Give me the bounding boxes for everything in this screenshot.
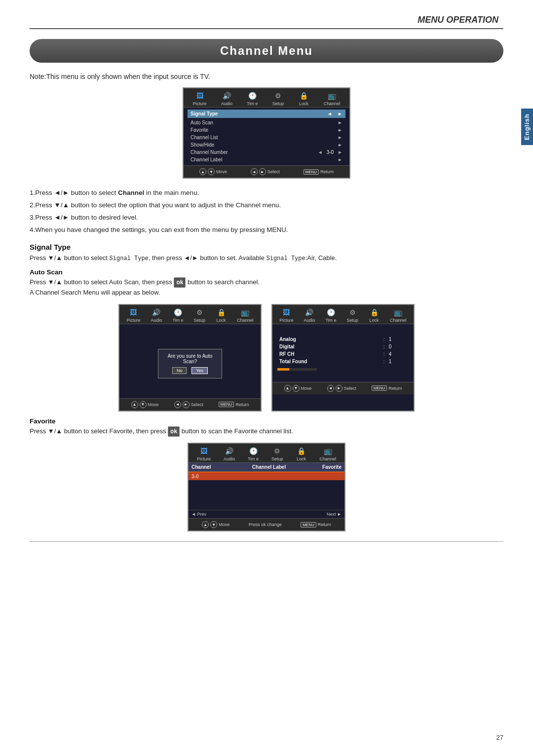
move-circle-icon: ▲ <box>199 168 206 175</box>
ch-num-left-arrow: ◄ <box>318 150 323 155</box>
digital-label: Digital <box>277 343 381 350</box>
signal-type-section-header: Signal Type <box>30 243 503 251</box>
menu-content: Signal Type ◄ ► Auto Scan ► Favorite ► C… <box>184 108 349 165</box>
icon-lock: 🔒 Lock <box>299 91 309 106</box>
footer-return-label: Return <box>320 169 334 174</box>
scan-result-total: Total Found : 1 <box>277 358 409 365</box>
footer-move: ▲ ▼ Move <box>199 168 227 175</box>
fav-footer: ▲ ▼ Move Press ok change MENU Return <box>189 518 344 530</box>
channel-menu-title-bar: Channel Menu <box>30 39 503 63</box>
auto-scan-label: Auto Scan <box>190 120 213 125</box>
d-icon-time: 🕐 Tim e <box>172 308 183 323</box>
channel-list-arrow: ► <box>338 135 343 140</box>
analog-label: Analog <box>277 336 381 343</box>
scan-results-table: Analog : 1 Digital : 0 RF CH : 4 <box>277 336 409 365</box>
fav-empty-space <box>189 480 344 510</box>
auto-scan-text1: Press ▼/▲ button to select Auto Scan, th… <box>30 277 503 288</box>
footer-move-label: Move <box>216 169 227 174</box>
r-icon-picture: 🖼 Picture <box>279 308 293 323</box>
r-icon-time: 🕐 Tim e <box>325 308 336 323</box>
instructions-block: 1.Press ◄/► button to select Channel in … <box>30 188 503 236</box>
ok-btn-fav: ok <box>168 426 180 437</box>
main-menu-footer: ▲ ▼ Move ◄ ► Select MENU Return <box>184 165 349 178</box>
ch-num-right-arrow: ► <box>338 150 343 155</box>
favorite-arrow: ► <box>338 127 343 133</box>
f-icon-channel: 📺 Channel <box>319 447 336 461</box>
scan-results-screenshot: 🖼 Picture 🔊 Audio 🕐 Tim e ⚙ Setup 🔒 <box>271 304 415 412</box>
show-hide-label: Show/Hide <box>190 142 214 148</box>
dialog-footer-select: ◄ ► Select <box>174 401 203 408</box>
fav-footer-change-label: Press ok change <box>249 522 282 527</box>
icon-time-label: Tim e <box>247 101 258 106</box>
progress-bar-container <box>277 368 317 371</box>
channel-icon: 📺 <box>327 91 338 100</box>
channel-number-label: Channel Number <box>190 150 228 155</box>
fav-table-header: Channel Channel Label Favorite <box>189 463 344 472</box>
favorite-label: Favorite <box>190 127 208 133</box>
rf-ch-value: 4 <box>387 350 409 358</box>
signal-type-arrows: ◄ ► <box>327 111 343 116</box>
menu-row-favorite: Favorite ► <box>188 126 345 134</box>
r-icon-setup: ⚙ Setup <box>347 308 359 323</box>
main-menu-screenshot: 🖼 Picture 🔊 Audio 🕐 Tim e ⚙ Setup 🔒 Lock… <box>183 87 350 179</box>
signal-type-mono2: Signal Type <box>266 255 305 262</box>
menu-row-channel-number: Channel Number ◄ 3-0 ► <box>188 149 345 156</box>
menu-row-channel-label: Channel Label ► <box>188 156 345 163</box>
r-icon-lock: 🔒 Lock <box>369 308 380 323</box>
time-icon: 🕐 <box>247 91 258 100</box>
fav-col-favorite: Favorite <box>307 464 342 470</box>
dialog-spacer <box>119 324 261 344</box>
signal-type-section-text: Press ▼/▲ button to select Signal Type, … <box>30 253 503 264</box>
show-hide-arrow: ► <box>338 142 343 148</box>
total-found-label: Total Found <box>277 358 381 365</box>
dialog-yes-button[interactable]: Yes <box>191 367 208 374</box>
menu-row-show-hide: Show/Hide ► <box>188 141 345 149</box>
lock-icon: 🔒 <box>299 91 309 100</box>
icon-setup-label: Setup <box>272 101 284 106</box>
results-footer: ▲ ▼ Move ◄ ► Select MENU Return <box>272 382 414 394</box>
audio-icon: 🔊 <box>221 91 232 100</box>
fav-footer-return: MENU Return <box>301 522 331 528</box>
fav-prev-label: ◄ Prev <box>191 512 206 517</box>
favorite-screenshot: 🖼 Picture 🔊 Audio 🕐 Tim e ⚙ Setup 🔒 Lock… <box>188 443 345 531</box>
auto-scan-dialog-screenshot: 🖼 Picture 🔊 Audio 🕐 Tim e ⚙ Setup 🔒 <box>118 304 262 412</box>
r-icon-audio: 🔊 Audio <box>304 308 315 323</box>
menu-btn: MENU <box>304 169 319 175</box>
instruction-4: 4.When you have changed the settings, yo… <box>30 225 503 236</box>
footer-select-label: Select <box>267 169 280 174</box>
setup-icon: ⚙ <box>272 91 283 100</box>
fav-row-value: 3-0 <box>191 474 198 479</box>
favorite-section-header: Favorite <box>30 417 503 425</box>
channel-list-label: Channel List <box>190 135 218 140</box>
scan-result-analog: Analog : 1 <box>277 336 409 343</box>
select-circle-icon: ◄ <box>251 168 258 175</box>
icon-time: 🕐 Tim e <box>247 91 258 106</box>
f-icon-audio: 🔊 Audio <box>224 447 235 461</box>
fav-next-label: Next ► <box>327 512 342 517</box>
r-icon-channel: 📺 Channel <box>390 308 407 323</box>
menu-row-auto-scan: Auto Scan ► <box>188 119 345 126</box>
select-circle-icon2: ► <box>259 168 266 175</box>
icon-picture: 🖼 Picture <box>193 91 207 106</box>
icon-audio-label: Audio <box>221 101 232 106</box>
menu-icons-row: 🖼 Picture 🔊 Audio 🕐 Tim e ⚙ Setup 🔒 Lock… <box>184 88 349 108</box>
dialog-spacer2 <box>119 383 261 398</box>
fav-footer-move-label: Move <box>219 522 229 527</box>
auto-scan-text2: A Channel Search Menu will appear as bel… <box>30 288 503 298</box>
page-container: English MENU OPERATION Channel Menu Note… <box>0 0 533 756</box>
fav-prev-next: ◄ Prev Next ► <box>189 510 344 518</box>
icon-audio: 🔊 Audio <box>221 91 232 106</box>
fav-footer-ok-change: Press ok change <box>249 522 282 527</box>
dialog-no-button[interactable]: No <box>172 367 187 374</box>
results-footer-move: ▲ ▼ Move <box>284 385 312 392</box>
f-icon-lock: 🔒 Lock <box>296 447 307 461</box>
instruction-3: 3.Press ◄/► button to desired level. <box>30 212 503 224</box>
footer-return: MENU Return <box>304 169 334 175</box>
d-icon-picture: 🖼 Picture <box>126 308 140 323</box>
channel-number-value: 3-0 <box>327 150 334 155</box>
sidebar-english-label: English <box>521 109 533 145</box>
rf-ch-label: RF CH <box>277 350 381 358</box>
instruction-2: 2.Press ▼/▲ button to select the option … <box>30 200 503 211</box>
results-spacer2 <box>272 375 414 382</box>
d-icon-lock: 🔒 Lock <box>216 308 227 323</box>
